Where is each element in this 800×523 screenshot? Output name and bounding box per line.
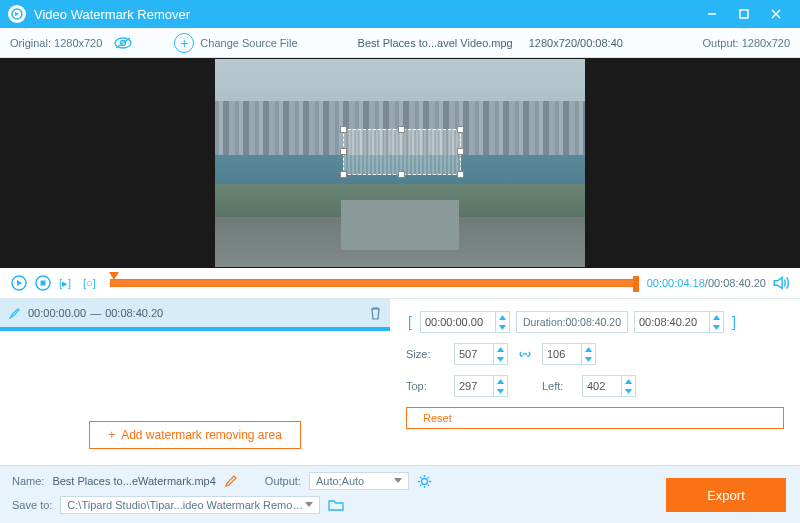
timeline-start-marker[interactable]: [109, 272, 119, 280]
top-label: Top:: [406, 380, 448, 392]
resize-handle[interactable]: [340, 171, 347, 178]
resize-handle[interactable]: [457, 126, 464, 133]
next-frame-button[interactable]: [▸]: [58, 274, 76, 292]
original-label: Original: 1280x720: [10, 37, 102, 49]
maximize-button[interactable]: [728, 0, 760, 28]
close-button[interactable]: [760, 0, 792, 28]
timeline-end-marker[interactable]: [633, 276, 639, 292]
output-format-label: Output:: [265, 475, 301, 487]
source-filename: Best Places to...avel Video.mpg: [358, 37, 513, 49]
svg-rect-2: [740, 10, 748, 18]
top-input[interactable]: [454, 375, 508, 397]
resize-handle[interactable]: [457, 171, 464, 178]
output-settings-icon[interactable]: [417, 474, 432, 489]
save-to-label: Save to:: [12, 499, 52, 511]
start-time-input[interactable]: [420, 311, 510, 333]
size-label: Size:: [406, 348, 448, 360]
duration-box: Duration:00:08:40.20: [516, 311, 628, 333]
footer-bar: Name: Best Places to...eWatermark.mp4 Ou…: [0, 465, 800, 523]
link-aspect-icon[interactable]: [514, 348, 536, 360]
segment-end: 00:08:40.20: [105, 307, 163, 319]
change-source-label: Change Source File: [200, 37, 297, 49]
bracket-left-icon[interactable]: [: [406, 314, 414, 330]
plus-icon: +: [108, 428, 115, 442]
video-preview-area: [0, 58, 800, 268]
add-watermark-area-button[interactable]: + Add watermark removing area: [89, 421, 301, 449]
output-format-select[interactable]: Auto;Auto: [309, 472, 409, 490]
app-logo-icon: [8, 5, 26, 23]
segment-sep: —: [90, 307, 101, 319]
name-label: Name:: [12, 475, 44, 487]
left-input[interactable]: [582, 375, 636, 397]
resize-handle[interactable]: [340, 126, 347, 133]
minimize-button[interactable]: [696, 0, 728, 28]
width-input[interactable]: [454, 343, 508, 365]
title-bar: Video Watermark Remover: [0, 0, 800, 28]
lower-panel: 00:00:00.00 — 00:08:40.20 + Add watermar…: [0, 298, 800, 465]
resize-handle[interactable]: [398, 126, 405, 133]
svg-point-13: [421, 478, 427, 484]
video-frame[interactable]: [215, 59, 585, 267]
height-input[interactable]: [542, 343, 596, 365]
bracket-right-icon[interactable]: ]: [730, 314, 738, 330]
segment-start: 00:00:00.00: [28, 307, 86, 319]
plus-icon: +: [174, 33, 194, 53]
svg-rect-10: [41, 281, 46, 286]
app-title: Video Watermark Remover: [34, 7, 190, 22]
brush-icon: [8, 306, 22, 320]
left-label: Left:: [542, 380, 576, 392]
timeline-slider[interactable]: [110, 279, 637, 287]
add-area-label: Add watermark removing area: [121, 428, 282, 442]
change-source-button[interactable]: + Change Source File: [174, 33, 297, 53]
playback-bar: [▸] [○] 00:00:04.18/00:08:40.20: [0, 268, 800, 298]
volume-icon[interactable]: [772, 274, 790, 292]
export-button[interactable]: Export: [666, 478, 786, 512]
edit-name-icon[interactable]: [224, 475, 237, 488]
source-resolution-duration: 1280x720/00:08:40: [529, 37, 623, 49]
header-bar: Original: 1280x720 + Change Source File …: [0, 28, 800, 58]
end-time-input[interactable]: [634, 311, 724, 333]
svg-text:[▸]: [▸]: [59, 277, 71, 289]
preview-toggle-icon[interactable]: [112, 34, 134, 52]
resize-handle[interactable]: [398, 171, 405, 178]
delete-segment-icon[interactable]: [369, 306, 382, 320]
segments-pane: 00:00:00.00 — 00:08:40.20 + Add watermar…: [0, 299, 390, 465]
save-path-select[interactable]: C:\Tipard Studio\Tipar...ideo Watermark …: [60, 496, 320, 514]
snapshot-button[interactable]: [○]: [82, 274, 100, 292]
reset-button[interactable]: Reset: [406, 407, 784, 429]
time-display: 00:00:04.18/00:08:40.20: [647, 277, 766, 289]
open-folder-icon[interactable]: [328, 499, 344, 512]
watermark-selection-box[interactable]: [343, 129, 461, 175]
stop-button[interactable]: [34, 274, 52, 292]
properties-pane: [ Duration:00:08:40.20 ] Size: Top: Left…: [390, 299, 800, 465]
output-label: Output: 1280x720: [703, 37, 790, 49]
svg-text:[○]: [○]: [83, 277, 96, 289]
segment-row[interactable]: 00:00:00.00 — 00:08:40.20: [0, 299, 390, 327]
resize-handle[interactable]: [340, 148, 347, 155]
output-filename: Best Places to...eWatermark.mp4: [52, 475, 215, 487]
resize-handle[interactable]: [457, 148, 464, 155]
play-button[interactable]: [10, 274, 28, 292]
